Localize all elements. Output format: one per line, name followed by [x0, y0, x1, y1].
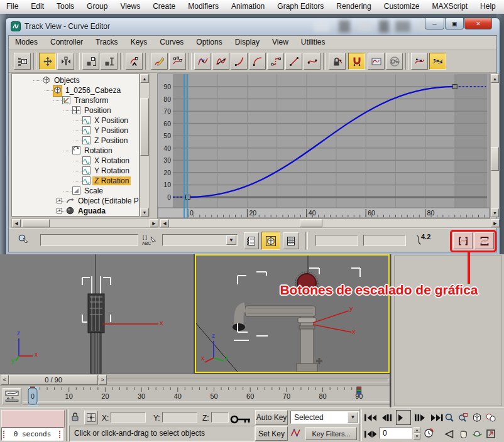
coord-z-field[interactable]	[211, 412, 229, 423]
default-in-out-tangents-icon[interactable]	[290, 428, 301, 440]
tree-hscroll-left-icon[interactable]: ◀	[12, 219, 21, 227]
curve-editor-menu-display[interactable]: Display	[229, 36, 266, 49]
graph-scroll-down-icon[interactable]: ▼	[491, 208, 499, 217]
set-tangents-linear-button[interactable]	[285, 53, 302, 70]
graph-hscroll-left-icon[interactable]: ◀	[160, 219, 169, 227]
tree-scroll-up-icon[interactable]: ▲	[140, 74, 149, 83]
zoom-all-button[interactable]	[456, 410, 469, 424]
tree-item-label[interactable]: Aguada	[76, 207, 107, 215]
time-configuration-icon[interactable]	[424, 428, 434, 440]
tree-item-label[interactable]: Position	[82, 106, 113, 115]
key-filters-button[interactable]: Key Filters...	[305, 427, 357, 440]
viewport-left[interactable]: x z x y	[0, 254, 194, 374]
tree-item-label[interactable]: X Position	[92, 116, 130, 125]
scale-values-button[interactable]	[101, 53, 118, 70]
key-mode-toggle-button[interactable]	[362, 426, 377, 441]
graph-hscroll-right-icon[interactable]: ▶	[491, 219, 500, 227]
set-key-button[interactable]: Set Key	[255, 426, 288, 441]
main-menu-file[interactable]: File	[0, 0, 25, 13]
main-menu-create[interactable]: Create	[146, 0, 182, 13]
set-tangents-slow-button[interactable]	[249, 53, 266, 70]
curve-editor-mode-button[interactable]	[261, 232, 280, 250]
tree-item-label[interactable]: Object (Editable Poly)	[76, 197, 140, 205]
dope-sheet-mode-button[interactable]	[283, 232, 299, 249]
maxscript-listener[interactable]	[1, 410, 65, 428]
curve-editor-menu-tracks[interactable]: Tracks	[89, 36, 124, 49]
graph-scroll-up-icon[interactable]: ▲	[491, 74, 499, 83]
time-slider-handle[interactable]: 0 / 90	[9, 375, 98, 385]
dropdown-arrow-icon[interactable]: ▼	[226, 235, 236, 245]
track-selection-field[interactable]	[40, 234, 138, 246]
tree-scroll-down-icon[interactable]: ▼	[140, 208, 149, 217]
dropdown-arrow-icon[interactable]: ▼	[348, 412, 358, 423]
absolute-offset-mode-button[interactable]	[84, 411, 98, 424]
tree-item-label[interactable]: 1_0256_Cabeza	[63, 86, 123, 95]
zoom-value-extents-button[interactable]	[474, 232, 494, 249]
zoom-horizontal-extents-button[interactable]	[453, 232, 473, 249]
filters-button[interactable]: ?	[14, 53, 31, 70]
main-menu-animation[interactable]: Animation	[225, 0, 271, 13]
key-time-field[interactable]	[315, 235, 358, 246]
auto-key-button[interactable]: Auto Key	[255, 410, 288, 425]
set-tangents-auto-button[interactable]	[194, 53, 211, 70]
tree-hscrollbar[interactable]: ◀ ▶	[11, 218, 158, 228]
tree-vscrollbar[interactable]: ▲ ▼	[140, 73, 150, 217]
tree-hscroll-right-icon[interactable]: ▶	[150, 219, 158, 227]
current-frame-field[interactable]	[380, 427, 412, 439]
main-menu-tools[interactable]: Tools	[50, 0, 80, 13]
tree-item-label[interactable]: Y Position	[92, 126, 130, 135]
main-menu-modifiers[interactable]: Modifiers	[182, 0, 225, 13]
scale-keys-button[interactable]	[82, 53, 99, 70]
go-to-end-button[interactable]	[429, 410, 444, 425]
graph-hscrollbar[interactable]: ◀ ▶	[160, 218, 500, 228]
tree-item-label[interactable]: Z Position	[92, 136, 129, 145]
snap-frames-button[interactable]	[348, 53, 365, 70]
close-button[interactable]: ✕	[464, 18, 492, 30]
set-tangents-smooth-button[interactable]	[304, 53, 320, 70]
zoom-button[interactable]	[442, 410, 456, 424]
listener-time-box[interactable]: 0 seconds	[1, 428, 63, 441]
lock-selection-button[interactable]	[329, 53, 346, 70]
previous-frame-button[interactable]	[380, 410, 395, 425]
track-set-dropdown[interactable]: ▼	[162, 234, 238, 246]
zoom-extents-button[interactable]	[470, 410, 483, 424]
curve-editor-menu-options[interactable]: Options	[190, 36, 228, 49]
main-menu-group[interactable]: Group	[80, 0, 114, 13]
tree-item-label[interactable]: X Rotation	[92, 156, 131, 165]
orbit-button[interactable]	[470, 426, 483, 441]
maximize-viewport-toggle-button[interactable]	[484, 426, 497, 441]
spinner-up-icon[interactable]: ▲	[414, 427, 420, 433]
main-menu-edit[interactable]: Edit	[25, 0, 50, 13]
field-of-view-button[interactable]	[442, 426, 456, 441]
curve-editor-menu-modes[interactable]: Modes	[9, 36, 44, 49]
main-menu-customize[interactable]: Customize	[378, 0, 426, 13]
curve-editor-menu-utilities[interactable]: Utilities	[295, 36, 332, 49]
graph-vscrollbar[interactable]: ▲ ▼	[490, 73, 500, 217]
time-slider-next-button[interactable]: >	[99, 375, 107, 385]
param-out-of-range-button[interactable]	[368, 53, 385, 70]
tree-item-label[interactable]: Y Rotation	[92, 166, 131, 175]
pan-view-button[interactable]	[456, 426, 469, 441]
tree-item-label[interactable]: Scale	[82, 186, 105, 195]
main-menu-rendering[interactable]: Rendering	[330, 0, 377, 13]
add-keys-button[interactable]	[126, 53, 143, 70]
key-value-field[interactable]	[363, 235, 406, 246]
go-to-start-button[interactable]	[362, 410, 377, 425]
tree-scroll-thumb[interactable]	[140, 98, 149, 156]
curve-editor-menu-controller[interactable]: Controller	[44, 36, 89, 49]
tree-item-label[interactable]: Transform	[72, 96, 110, 105]
main-menu-maxscript[interactable]: MAXScript	[425, 0, 474, 13]
set-tangents-custom-button[interactable]	[212, 53, 229, 70]
select-by-name-icon[interactable]	[18, 234, 29, 249]
zoom-extents-all-button[interactable]	[484, 410, 497, 424]
show-tangents-button[interactable]	[411, 53, 428, 70]
graph-hscroll-thumb[interactable]	[300, 219, 322, 227]
selection-lock-icon[interactable]	[70, 412, 80, 424]
edit-track-set-icon[interactable]: [ ]ABC	[142, 233, 157, 250]
set-tangents-fast-button[interactable]	[231, 53, 248, 70]
curve-editor-menu-view[interactable]: View	[266, 36, 295, 49]
maximize-button[interactable]: ▣	[445, 18, 464, 30]
viewport-right-active[interactable]: y x z x y	[195, 254, 390, 373]
main-menu-graph-editors[interactable]: Graph Editors	[271, 0, 330, 13]
show-all-tangents-button[interactable]	[429, 53, 446, 70]
